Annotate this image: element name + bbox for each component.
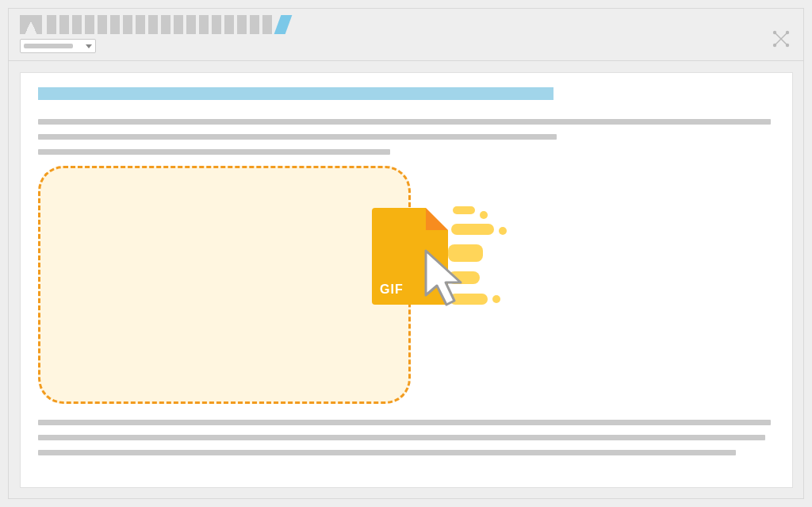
toolbar-button[interactable]: [59, 15, 69, 34]
text-line: [38, 119, 771, 125]
toolbar-button[interactable]: [110, 15, 120, 34]
toolbar-button[interactable]: [186, 15, 196, 34]
text-line: [38, 435, 765, 440]
toolbar-button[interactable]: [123, 15, 132, 34]
toolbar-button[interactable]: [199, 15, 209, 34]
toolbar-dropdown[interactable]: [20, 39, 96, 53]
toolbar-icon-row: [20, 15, 792, 34]
toolbar-button-accent[interactable]: [274, 15, 293, 34]
toolbar-button[interactable]: [212, 15, 221, 34]
dragged-file[interactable]: GIF: [358, 200, 524, 335]
toolbar-button[interactable]: [237, 15, 247, 34]
chevron-down-icon: [86, 44, 92, 48]
image-dropzone[interactable]: GIF: [38, 166, 411, 404]
toolbar-button[interactable]: [250, 15, 259, 34]
document-canvas: GIF: [20, 72, 793, 488]
motion-trail: [492, 295, 500, 303]
file-type-label: GIF: [380, 282, 404, 297]
text-line: [38, 134, 557, 140]
text-line: [38, 450, 736, 455]
toolbar-button[interactable]: [47, 15, 56, 34]
toolbar-button[interactable]: [262, 15, 272, 34]
editor-window: GIF: [8, 8, 804, 499]
toolbar-button[interactable]: [98, 15, 107, 34]
text-block-below: [38, 420, 775, 455]
motion-trail: [480, 211, 488, 219]
toolbar-button[interactable]: [174, 15, 183, 34]
motion-trail: [450, 294, 488, 305]
motion-trail: [499, 227, 507, 235]
toolbar-button[interactable]: [85, 15, 94, 34]
text-line: [38, 149, 390, 155]
motion-trail: [451, 224, 494, 235]
fullscreen-icon[interactable]: [772, 29, 791, 48]
toolbar-button[interactable]: [161, 15, 170, 34]
dropdown-value: [24, 44, 73, 48]
document-title-highlight: [38, 87, 553, 100]
motion-trail: [453, 206, 475, 214]
motion-trail: [448, 244, 483, 262]
motion-trail: [448, 271, 480, 284]
toolbar-logo-icon: [20, 15, 42, 34]
toolbar: [9, 9, 803, 61]
toolbar-button[interactable]: [224, 15, 234, 34]
toolbar-button[interactable]: [72, 15, 82, 34]
gif-file-icon: GIF: [372, 208, 448, 305]
toolbar-button[interactable]: [148, 15, 158, 34]
text-line: [38, 420, 771, 425]
toolbar-button[interactable]: [136, 15, 145, 34]
